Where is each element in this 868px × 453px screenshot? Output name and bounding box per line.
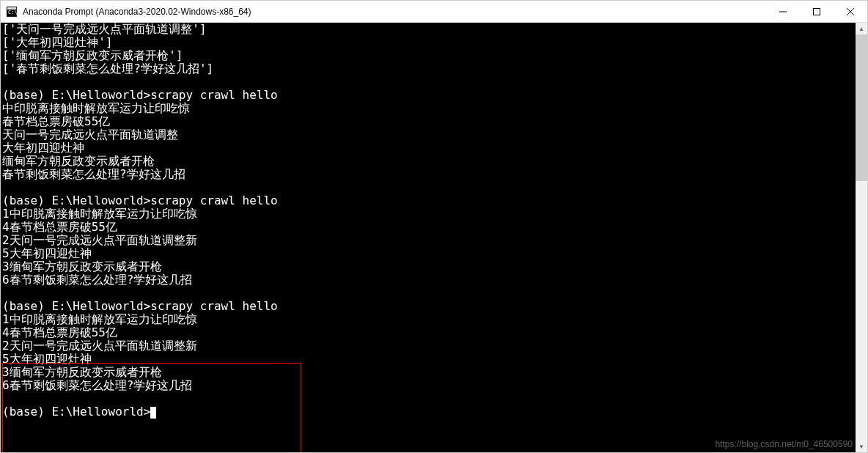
- scrollbar-down-button[interactable]: ▼: [856, 441, 867, 452]
- terminal-line: 4春节档总票房破55亿: [2, 221, 854, 234]
- window-title: Anaconda Prompt (Anaconda3-2020.02-Windo…: [23, 7, 766, 17]
- terminal-line: 中印脱离接触时解放军运力让印吃惊: [2, 102, 854, 115]
- terminal-line: 6春节剩饭剩菜怎么处理?学好这几招: [2, 273, 854, 287]
- svg-rect-4: [814, 8, 820, 15]
- terminal-line: 2天问一号完成远火点平面轨道调整新: [2, 339, 854, 353]
- scrollbar-thumb[interactable]: [856, 34, 867, 181]
- terminal-line: 5大年初四迎灶神: [2, 353, 854, 366]
- watermark-text: https://blog.csdn.net/m0_46500590: [716, 439, 853, 449]
- terminal-line: ['缅甸军方朝反政变示威者开枪']: [2, 49, 854, 62]
- vertical-scrollbar[interactable]: ▲ ▼: [856, 23, 867, 452]
- window-controls: [766, 1, 867, 22]
- terminal-line: [2, 287, 854, 300]
- terminal-line: (base) E:\Helloworld>scrapy crawl hello: [2, 194, 854, 207]
- titlebar[interactable]: C:\ Anaconda Prompt (Anaconda3-2020.02-W…: [1, 1, 867, 23]
- terminal-area[interactable]: ['天问一号完成远火点平面轨道调整']['大年初四迎灶神']['缅甸军方朝反政变…: [1, 23, 867, 452]
- window-frame: C:\ Anaconda Prompt (Anaconda3-2020.02-W…: [0, 0, 868, 453]
- terminal-cursor: [150, 407, 156, 419]
- terminal-line: 大年初四迎灶神: [2, 141, 854, 155]
- svg-text:C:\: C:\: [8, 10, 18, 15]
- terminal-line: (base) E:\Helloworld>: [2, 405, 854, 419]
- terminal-line: 6春节剩饭剩菜怎么处理?学好这几招: [2, 379, 854, 392]
- terminal-content[interactable]: ['天问一号完成远火点平面轨道调整']['大年初四迎灶神']['缅甸军方朝反政变…: [1, 23, 856, 452]
- terminal-line: 4春节档总票房破55亿: [2, 326, 854, 339]
- scrollbar-up-button[interactable]: ▲: [856, 23, 867, 34]
- minimize-button[interactable]: [766, 1, 800, 22]
- terminal-line: 1中印脱离接触时解放军运力让印吃惊: [2, 313, 854, 326]
- terminal-line: 缅甸军方朝反政变示威者开枪: [2, 155, 854, 168]
- terminal-line: 2天问一号完成远火点平面轨道调整新: [2, 234, 854, 247]
- maximize-button[interactable]: [800, 1, 834, 22]
- terminal-line: 春节档总票房破55亿: [2, 115, 854, 128]
- app-icon: C:\: [6, 6, 18, 18]
- terminal-line: 1中印脱离接触时解放军运力让印吃惊: [2, 207, 854, 221]
- terminal-line: (base) E:\Helloworld>scrapy crawl hello: [2, 89, 854, 102]
- terminal-line: [2, 181, 854, 194]
- terminal-line: ['大年初四迎灶神']: [2, 36, 854, 49]
- terminal-line: 天问一号完成远火点平面轨道调整: [2, 128, 854, 141]
- terminal-line: ['春节剩饭剩菜怎么处理?学好这几招']: [2, 62, 854, 76]
- terminal-line: 5大年初四迎灶神: [2, 247, 854, 260]
- terminal-line: ['天问一号完成远火点平面轨道调整']: [2, 23, 854, 36]
- terminal-line: 3缅甸军方朝反政变示威者开枪: [2, 260, 854, 273]
- terminal-line: [2, 76, 854, 89]
- terminal-line: 春节剩饭剩菜怎么处理?学好这几招: [2, 168, 854, 181]
- terminal-line: [2, 392, 854, 405]
- close-button[interactable]: [834, 1, 867, 22]
- terminal-line: 3缅甸军方朝反政变示威者开枪: [2, 366, 854, 379]
- terminal-line: (base) E:\Helloworld>scrapy crawl hello: [2, 300, 854, 313]
